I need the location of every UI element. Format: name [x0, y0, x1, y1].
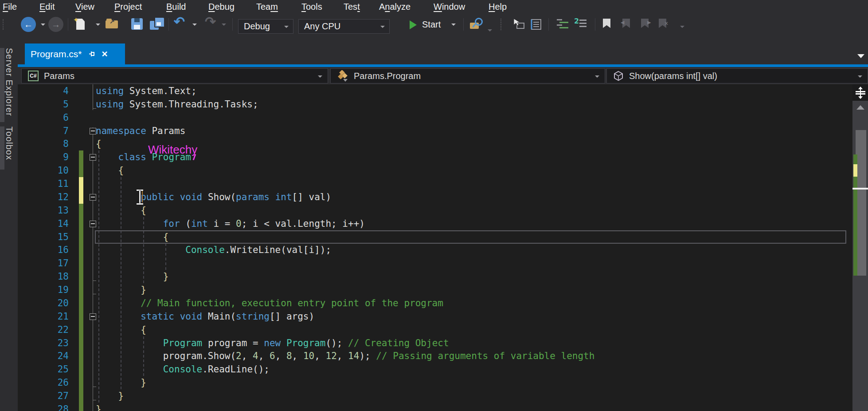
code-line-5[interactable]: using System.Threading.Tasks; — [96, 98, 258, 111]
line-number-28: 28 — [35, 403, 69, 411]
previous-bookmark-button[interactable]: ◀ — [622, 19, 636, 32]
line-number-11: 11 — [35, 177, 69, 190]
open-file-button[interactable]: ↗ — [106, 18, 119, 31]
line-number-4: 4 — [35, 84, 69, 98]
code-line-22[interactable]: { — [96, 323, 146, 336]
navigation-bar: C# Params Params.Program Show(params int… — [18, 67, 868, 84]
menu-build[interactable]: Build — [166, 0, 186, 13]
code-line-13[interactable]: { — [96, 204, 146, 217]
text-cursor-ibeam — [137, 190, 143, 205]
comment-button[interactable]: 2 — [574, 18, 587, 31]
fold-toggle-line-12[interactable] — [90, 194, 96, 201]
scroll-up-arrow[interactable] — [856, 105, 864, 110]
redo-dropdown[interactable] — [222, 24, 226, 26]
split-window-icon — [855, 86, 866, 99]
save-all-button[interactable] — [150, 18, 163, 31]
new-file-dropdown[interactable] — [96, 24, 100, 26]
bookmarks-overflow-dropdown[interactable] — [680, 26, 684, 28]
line-number-14: 14 — [35, 217, 69, 230]
sidebar-tab-toolbox[interactable]: Toolbox — [4, 126, 14, 160]
navigate-back-dropdown[interactable] — [41, 24, 45, 26]
save-button[interactable] — [131, 18, 144, 31]
toggle-bookmark-button[interactable] — [603, 19, 616, 32]
comment-lines-icon: 2 — [574, 18, 587, 29]
undo-dropdown[interactable] — [192, 24, 197, 26]
document-tab-well: Program.cs* ✕ — [18, 36, 868, 64]
tab-title: Program.cs* — [31, 49, 82, 59]
menu-window[interactable]: Window — [434, 0, 465, 13]
code-line-18[interactable]: } — [96, 270, 168, 283]
code-editor[interactable]: 4using System.Text;5using System.Threadi… — [18, 84, 852, 411]
code-line-25[interactable]: Console.ReadLine(); — [96, 363, 270, 376]
menu-tools[interactable]: Tools — [301, 0, 322, 13]
code-line-26[interactable]: } — [96, 376, 146, 389]
sidebar-tab-server-explorer[interactable]: Server Explorer — [4, 48, 14, 116]
clear-bookmarks-button[interactable]: ✕ — [659, 19, 672, 32]
start-debug-icon[interactable] — [410, 20, 417, 29]
fold-toggle-line-21[interactable] — [90, 313, 96, 320]
new-file-button[interactable]: ✦ — [74, 18, 88, 31]
code-line-12[interactable]: public void Show(params int[] val) — [96, 190, 331, 204]
menu-project[interactable]: Project — [114, 0, 142, 13]
member-dropdown[interactable]: Show(params int[] val) — [606, 68, 868, 83]
code-line-23[interactable]: Program program = new Program(); // Crea… — [96, 336, 449, 350]
indent-lines-icon — [557, 18, 569, 29]
code-line-21[interactable]: static void Main(string[] args) — [96, 310, 314, 323]
menu-file[interactable]: File — [3, 0, 17, 13]
toolbar-grip[interactable] — [3, 19, 4, 30]
solution-platform-combo[interactable]: Any CPU — [298, 19, 390, 34]
close-icon[interactable]: ✕ — [102, 49, 108, 59]
code-line-14[interactable]: for (int i = 0; i < val.Length; i++) — [96, 217, 365, 230]
next-bookmark-button[interactable]: ▶ — [641, 19, 654, 32]
code-line-28[interactable]: } — [96, 403, 102, 411]
project-dropdown[interactable]: C# Params — [21, 68, 328, 83]
find-in-files-button[interactable] — [470, 18, 483, 31]
menu-team[interactable]: Team — [256, 0, 278, 13]
document-outline-icon — [529, 18, 543, 31]
menu-debug[interactable]: Debug — [208, 0, 235, 13]
forward-arrow-icon: → — [51, 20, 60, 30]
code-line-20[interactable]: // Main function, execution entry point … — [96, 296, 443, 310]
type-dropdown[interactable]: Params.Program — [330, 68, 605, 83]
solution-configuration-combo[interactable]: Debug — [238, 19, 293, 34]
start-button[interactable]: Start — [422, 18, 441, 31]
code-line-24[interactable]: program.Show(2, 4, 6, 8, 10, 12, 14); //… — [96, 349, 594, 363]
redo-button[interactable]: ↷ — [205, 16, 216, 28]
menu-help[interactable]: Help — [489, 0, 507, 13]
cursor-box-icon — [512, 18, 526, 31]
code-line-10[interactable]: { — [96, 164, 124, 177]
vertical-scrollbar[interactable] — [852, 84, 868, 411]
line-number-24: 24 — [35, 349, 69, 363]
code-line-27[interactable]: } — [96, 389, 124, 403]
tab-program-cs[interactable]: Program.cs* ✕ — [25, 43, 125, 64]
menu-analyze[interactable]: Analyze — [379, 0, 411, 13]
menu-view[interactable]: View — [75, 0, 94, 13]
pin-icon[interactable] — [88, 50, 96, 58]
indent-button[interactable] — [557, 18, 570, 31]
menu-edit[interactable]: Edit — [39, 0, 55, 13]
undo-button[interactable]: ↶ — [174, 16, 185, 28]
code-line-4[interactable]: using System.Text; — [96, 84, 197, 98]
find-dropdown[interactable] — [488, 29, 492, 32]
navigate-back-button[interactable]: ← — [21, 17, 36, 32]
start-dropdown[interactable] — [451, 24, 456, 26]
menu-bar: FileEditViewProjectBuildDebugTeamToolsTe… — [0, 0, 868, 13]
code-line-15[interactable]: { — [96, 230, 168, 244]
navigate-forward-button[interactable]: → — [48, 17, 63, 32]
code-line-19[interactable]: } — [96, 283, 146, 296]
menu-test[interactable]: Test — [344, 0, 360, 13]
tab-list-dropdown[interactable] — [857, 54, 864, 58]
view-designer-button[interactable] — [529, 18, 543, 31]
fold-toggle-line-7[interactable] — [90, 128, 96, 134]
code-line-16[interactable]: Console.WriteLine(val[i]); — [96, 243, 331, 257]
fold-toggle-line-9[interactable] — [90, 154, 96, 161]
redo-icon: ↷ — [205, 14, 216, 29]
code-line-7[interactable]: namespace Params — [96, 124, 185, 138]
navigate-to-button[interactable] — [512, 18, 526, 31]
fold-toggle-line-14[interactable] — [90, 221, 96, 227]
scrollbar-change-mark — [853, 164, 857, 177]
outline-guide-line — [93, 84, 93, 110]
code-line-8[interactable]: { — [96, 137, 102, 150]
editor-splitter-handle[interactable] — [852, 84, 868, 101]
solution-configuration-value: Debug — [244, 21, 270, 31]
